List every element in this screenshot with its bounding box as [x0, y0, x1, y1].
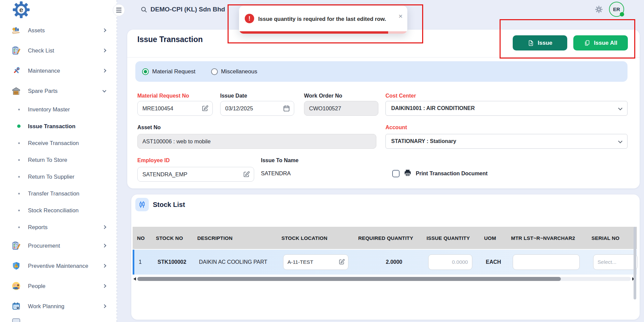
- transaction-type-radio-group: Material Request Miscellaneous: [135, 61, 628, 82]
- sidebar-item-reports[interactable]: Reports: [0, 219, 116, 236]
- sidebar-item-return-to-supplier[interactable]: Return To Supplier: [0, 168, 116, 185]
- sidebar-item-receive-transaction[interactable]: Receive Transaction: [0, 135, 116, 151]
- sidebar-item-label: Check List: [28, 47, 54, 54]
- error-toast: ! Issue quantity is required for the las…: [239, 6, 407, 34]
- scrollbar-thumb[interactable]: [137, 277, 561, 281]
- toast-progress-fill: [239, 31, 388, 34]
- logo-letter: e: [13, 1, 30, 18]
- employee-id-field: [137, 167, 254, 182]
- serial-no-select-input[interactable]: [593, 254, 638, 270]
- shield-warning-icon: [11, 261, 21, 271]
- work-order-no-input: [304, 101, 378, 116]
- chevron-right-icon: [102, 225, 106, 229]
- issue-button[interactable]: Issue: [513, 35, 567, 50]
- stock-list-card: Stock List NO STOCK NO DESCRIPTION STOCK…: [131, 194, 640, 320]
- bullet-icon: [18, 210, 20, 211]
- action-buttons: Issue Issue All: [513, 35, 628, 50]
- sidebar-item-stock-reconciliation[interactable]: Stock Reconciliation: [0, 202, 116, 219]
- issue-button-label: Issue: [538, 40, 552, 46]
- people-icon: [11, 281, 21, 291]
- page-title: Issue Transaction: [137, 35, 203, 44]
- sidebar-item-work-planning[interactable]: Work Planning: [0, 296, 116, 316]
- chevron-right-icon: [102, 284, 106, 288]
- print-transaction-document-option: Print Transaction Document: [392, 169, 487, 178]
- stock-table: NO STOCK NO DESCRIPTION STOCK LOCATION R…: [133, 227, 637, 275]
- sidebar-toggle-button[interactable]: [113, 4, 125, 16]
- sidebar-item-assets[interactable]: Assets: [0, 20, 116, 40]
- vertical-scrollbar[interactable]: [634, 227, 636, 299]
- row-stock-no: STK100002: [158, 259, 199, 265]
- calendar-clock-icon: [11, 301, 21, 311]
- maintenance-icon: [11, 66, 21, 75]
- sidebar-item-label: People: [28, 283, 45, 289]
- issue-to-name-label: Issue To Name: [261, 157, 299, 164]
- sidebar-item-label: Preventive Maintenance: [28, 263, 88, 269]
- sidebar-item-partial-icon: [12, 318, 20, 322]
- asset-no-label: Asset No: [137, 124, 161, 131]
- radio-label: Material Request: [152, 68, 196, 75]
- sidebar-item-issue-transaction[interactable]: Issue Transaction: [0, 118, 116, 135]
- cost-center-select[interactable]: DAIKIN1001 : AIR CONDITIONER: [385, 101, 628, 116]
- sidebar-item-maintenance[interactable]: Maintenance: [0, 61, 116, 81]
- sidebar-item-return-to-store[interactable]: Return To Store: [0, 151, 116, 168]
- chevron-down-icon: [102, 88, 106, 92]
- stock-table-row: 1 STK100002 DAIKIN AC COOLING PART 2.000…: [133, 250, 637, 275]
- error-icon: !: [245, 14, 254, 23]
- account-label: Account: [385, 124, 407, 131]
- sidebar-subitem-label: Return To Store: [28, 157, 67, 163]
- sidebar-subitem-label: Inventory Master: [28, 106, 70, 113]
- printer-icon: [404, 169, 412, 178]
- search-icon[interactable]: [140, 6, 147, 13]
- col-description: DESCRIPTION: [197, 235, 281, 241]
- copy-documents-icon: [584, 40, 590, 46]
- employee-id-label: Employee ID: [137, 157, 170, 164]
- employee-id-input[interactable]: [137, 167, 254, 182]
- edit-icon[interactable]: [243, 171, 250, 178]
- toast-message: Issue quantity is required for the last …: [258, 16, 386, 22]
- cost-center-value: DAIKIN1001 : AIR CONDITIONER: [391, 105, 475, 111]
- chevron-right-icon: [102, 264, 106, 267]
- sidebar-item-people[interactable]: People: [0, 276, 116, 296]
- account-select[interactable]: STATIONARY : Stationary: [385, 134, 628, 149]
- material-request-no-field: [137, 101, 213, 116]
- edit-icon[interactable]: [201, 105, 209, 112]
- issue-document-icon: [528, 40, 534, 46]
- app-logo[interactable]: e: [13, 1, 30, 18]
- material-request-no-label: Material Request No: [137, 93, 189, 99]
- material-request-radio[interactable]: Material Request: [142, 68, 196, 75]
- stock-table-header: NO STOCK NO DESCRIPTION STOCK LOCATION R…: [133, 227, 637, 249]
- row-description: DAIKIN AC COOLING PART: [199, 259, 283, 265]
- sidebar-nav: Assets Check List Maintenance Spare Part…: [0, 20, 116, 316]
- issue-quantity-input[interactable]: [428, 254, 472, 270]
- radio-unselected-icon: [211, 68, 218, 75]
- toast-close-icon[interactable]: ×: [399, 12, 403, 20]
- col-no: NO: [137, 235, 156, 241]
- bullet-icon: [18, 176, 20, 178]
- stock-list-title: Stock List: [153, 201, 185, 209]
- user-avatar[interactable]: ER: [609, 2, 624, 17]
- sidebar-subitem-label: Reports: [28, 224, 47, 230]
- miscellaneous-radio[interactable]: Miscellaneous: [211, 68, 258, 75]
- issue-all-button[interactable]: Issue All: [573, 35, 628, 50]
- sidebar-subitem-label: Issue Transaction: [28, 123, 75, 130]
- issue-to-name-value: SATENDRA: [261, 170, 291, 177]
- calendar-icon[interactable]: [283, 105, 290, 112]
- edit-icon[interactable]: [338, 258, 345, 265]
- chevron-right-icon: [102, 48, 106, 52]
- chevron-right-icon: [102, 69, 106, 72]
- sidebar-item-spare-parts[interactable]: Spare Parts: [0, 81, 116, 101]
- col-stock-no: STOCK NO: [156, 235, 197, 241]
- scroll-left-arrow[interactable]: [133, 277, 136, 281]
- sidebar-item-preventive-maintenance[interactable]: Preventive Maintenance: [0, 256, 116, 276]
- sidebar-item-inventory-master[interactable]: Inventory Master: [0, 101, 116, 118]
- col-stock-location: STOCK LOCATION: [281, 235, 358, 241]
- mtr-lst-input[interactable]: [513, 254, 580, 270]
- settings-gear-icon[interactable]: [595, 5, 603, 13]
- col-issue-quantity: ISSUE QUANTITY: [427, 235, 484, 241]
- sidebar-item-transfer-transaction[interactable]: Transfer Transaction: [0, 185, 116, 202]
- sidebar-item-procurement[interactable]: Procurement: [0, 236, 116, 256]
- issue-date-label: Issue Date: [220, 93, 247, 99]
- print-document-checkbox[interactable]: [392, 170, 400, 177]
- horizontal-scrollbar: [133, 277, 636, 281]
- sidebar-item-check-list[interactable]: Check List: [0, 40, 116, 61]
